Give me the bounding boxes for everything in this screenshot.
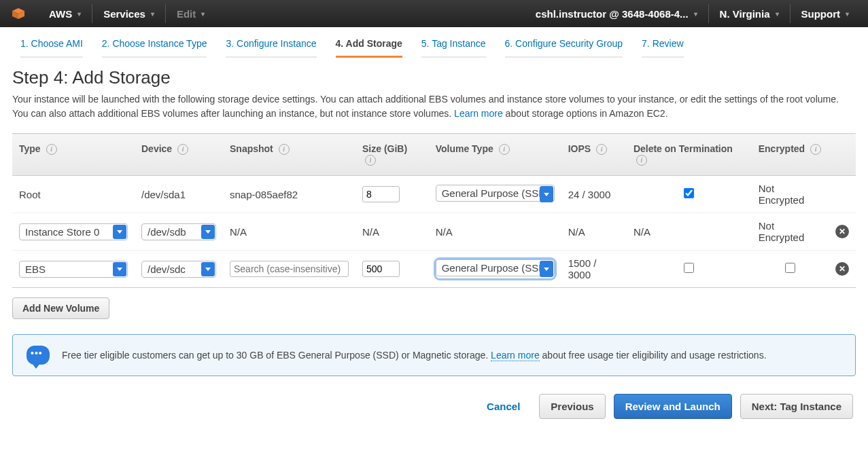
table-header-row: Type i Device i Snapshot i Size (GiB) i … <box>12 134 856 176</box>
info-icon[interactable]: i <box>810 144 821 155</box>
tab-configure-instance[interactable]: 3. Configure Instance <box>226 38 316 58</box>
info-icon[interactable]: i <box>279 144 290 155</box>
chevron-down-icon: ▾ <box>846 10 849 18</box>
chevron-down-icon: ▾ <box>694 10 697 18</box>
aws-logo-icon[interactable] <box>10 5 27 22</box>
info-learn-more-link[interactable]: Learn more <box>491 350 540 361</box>
next-button[interactable]: Next: Tag Instance <box>740 394 853 419</box>
desc-learn-more-link[interactable]: Learn more <box>454 108 503 119</box>
table-row: Root /dev/sda1 snap-085aef82 General Pur… <box>12 176 856 213</box>
cell-type: Root <box>12 176 135 213</box>
device-select[interactable]: /dev/sdc <box>141 261 216 278</box>
page-description: Your instance will be launched with the … <box>12 92 841 121</box>
footer-buttons: Cancel Previous Review and Launch Next: … <box>12 394 856 419</box>
nav-region[interactable]: N. Virginia▾ <box>710 0 788 27</box>
tab-configure-security-group[interactable]: 6. Configure Security Group <box>505 38 623 58</box>
info-icon[interactable]: i <box>499 144 510 155</box>
snapshot-search-input[interactable] <box>230 261 349 277</box>
cancel-button[interactable]: Cancel <box>476 395 531 418</box>
col-snapshot: Snapshot i <box>223 134 355 176</box>
previous-button[interactable]: Previous <box>539 394 605 419</box>
col-delete: Delete on Termination i <box>627 134 752 176</box>
add-new-volume-button[interactable]: Add New Volume <box>12 297 109 319</box>
info-icon[interactable]: i <box>46 144 57 155</box>
info-text: Free tier eligible customers can get up … <box>62 348 767 362</box>
nav-support[interactable]: Support▾ <box>792 0 859 27</box>
storage-table: Type i Device i Snapshot i Size (GiB) i … <box>12 133 856 288</box>
type-select[interactable]: Instance Store 0 <box>19 223 128 240</box>
cell-iops: 24 / 3000 <box>561 176 627 213</box>
nav-support-label: Support <box>801 8 841 20</box>
col-size-label: Size (GiB) <box>362 143 407 154</box>
col-actions <box>829 134 856 176</box>
info-icon[interactable]: i <box>177 144 188 155</box>
cell-voltype: General Purpose (SSD) <box>429 176 561 213</box>
cell-encrypted: Not Encrypted <box>752 213 829 251</box>
tab-review[interactable]: 7. Review <box>642 38 683 58</box>
tab-choose-ami[interactable]: 1. Choose AMI <box>20 38 83 58</box>
cell-iops: 1500 / 3000 <box>561 251 627 288</box>
delete-on-termination-checkbox[interactable] <box>684 263 694 273</box>
col-encrypted-label: Encrypted <box>759 143 805 154</box>
col-device-label: Device <box>141 143 172 154</box>
col-snapshot-label: Snapshot <box>230 143 273 154</box>
delete-on-termination-checkbox[interactable] <box>684 188 694 198</box>
type-select[interactable]: EBS <box>19 261 128 278</box>
cell-size <box>355 176 429 213</box>
col-type: Type i <box>12 134 135 176</box>
separator <box>165 4 166 23</box>
nav-services[interactable]: Services▾ <box>94 0 164 27</box>
cell-iops: N/A <box>561 213 627 251</box>
info-text-1: Free tier eligible customers can get up … <box>62 350 491 361</box>
col-type-label: Type <box>19 143 41 154</box>
tab-tag-instance[interactable]: 5. Tag Instance <box>421 38 486 58</box>
cell-voltype: N/A <box>429 213 561 251</box>
col-size: Size (GiB) i <box>355 134 429 176</box>
cell-delete <box>627 251 752 288</box>
table-row: EBS /dev/sdc General Purpose (SSD) 1500 … <box>12 251 856 288</box>
cell-snapshot <box>223 251 355 288</box>
nav-region-label: N. Virginia <box>720 8 770 20</box>
separator <box>708 4 709 23</box>
cell-encrypted: Not Encrypted <box>752 176 829 213</box>
voltype-select[interactable]: General Purpose (SSD) <box>436 259 555 276</box>
tab-choose-instance-type[interactable]: 2. Choose Instance Type <box>102 38 207 58</box>
desc-text-1: Your instance will be launched with the … <box>12 94 839 119</box>
review-and-launch-button[interactable]: Review and Launch <box>614 394 732 419</box>
nav-account[interactable]: cshl.instructor @ 3648-4068-4...▾ <box>526 0 707 27</box>
cell-size <box>355 251 429 288</box>
remove-volume-button[interactable]: ✕ <box>835 262 849 276</box>
nav-services-label: Services <box>103 8 145 20</box>
col-iops: IOPS i <box>561 134 627 176</box>
speech-bubble-icon <box>27 346 50 365</box>
table-row: Instance Store 0 /dev/sdb N/A N/A N/A N/… <box>12 213 856 251</box>
info-icon[interactable]: i <box>365 155 376 166</box>
col-voltype: Volume Type i <box>429 134 561 176</box>
cell-voltype: General Purpose (SSD) <box>429 251 561 288</box>
main-content: Step 4: Add Storage Your instance will b… <box>0 58 868 428</box>
encrypted-checkbox[interactable] <box>785 263 795 273</box>
size-input[interactable] <box>362 261 400 277</box>
wizard-tabs: 1. Choose AMI 2. Choose Instance Type 3.… <box>0 27 868 58</box>
free-tier-info-box: Free tier eligible customers can get up … <box>12 334 856 376</box>
tab-add-storage[interactable]: 4. Add Storage <box>336 38 402 58</box>
voltype-select[interactable]: General Purpose (SSD) <box>436 185 555 202</box>
chevron-down-icon: ▾ <box>776 10 779 18</box>
device-select[interactable]: /dev/sdb <box>141 223 216 240</box>
col-voltype-label: Volume Type <box>436 143 493 154</box>
info-icon[interactable]: i <box>596 144 607 155</box>
cell-remove: ✕ <box>829 213 856 251</box>
col-device: Device i <box>135 134 223 176</box>
col-delete-label: Delete on Termination <box>633 143 733 154</box>
col-iops-label: IOPS <box>568 143 591 154</box>
nav-aws[interactable]: AWS▾ <box>39 0 90 27</box>
cell-type: Instance Store 0 <box>12 213 135 251</box>
info-icon[interactable]: i <box>636 155 647 166</box>
cell-device: /dev/sda1 <box>135 176 223 213</box>
remove-volume-button[interactable]: ✕ <box>835 225 849 238</box>
nav-aws-label: AWS <box>49 8 72 20</box>
cell-type: EBS <box>12 251 135 288</box>
size-input[interactable] <box>362 186 400 202</box>
cell-device: /dev/sdc <box>135 251 223 288</box>
nav-edit[interactable]: Edit▾ <box>167 0 214 27</box>
